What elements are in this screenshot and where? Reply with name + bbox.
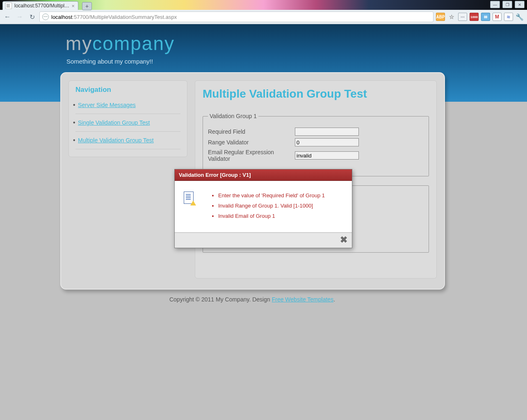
group1-legend: Validation Group 1 xyxy=(208,113,258,119)
range-validator-label: Range Validator xyxy=(208,139,295,146)
browser-tab[interactable]: localhost:57700/MultipleVal... × xyxy=(2,1,78,10)
brand-logo: mycompany xyxy=(66,32,175,55)
bookmark-star-icon[interactable]: ☆ xyxy=(447,13,456,21)
validation-group-1: Validation Group 1 Required Field Range … xyxy=(203,113,429,176)
sidebar-link-single-group[interactable]: Single Validation Group Test xyxy=(78,119,150,126)
reload-button[interactable]: ↻ xyxy=(27,12,37,22)
footer-text: Copyright © 2011 My Company. Design xyxy=(169,296,272,303)
email-validator-label: Email Regular Expression Validator xyxy=(208,149,295,162)
brand-part2: company xyxy=(92,33,175,54)
validation-error-icon xyxy=(184,192,194,204)
globe-icon xyxy=(42,14,49,20)
dialog-error-item: Invalid Email of Group 1 xyxy=(218,213,325,219)
extension-area: ABP ☆ ⋯ 1000 ✉ M ≈ 🔧 xyxy=(436,13,525,21)
extension-icon[interactable]: ⋯ xyxy=(458,13,467,21)
dialog-error-item: Enter the value of 'Required Field' of G… xyxy=(218,192,325,199)
sidebar-link-multiple-group[interactable]: Multiple Validation Group Test xyxy=(78,137,154,144)
dialog-error-list: Enter the value of 'Required Field' of G… xyxy=(211,188,325,223)
required-field-label: Required Field xyxy=(208,128,295,135)
feed-count-icon[interactable]: 1000 xyxy=(470,13,479,21)
tab-title: localhost:57700/MultipleVal... xyxy=(14,3,71,9)
url-host: localhost xyxy=(51,14,72,20)
validation-error-dialog: Validation Error [Group : V1] Enter the … xyxy=(174,169,352,248)
range-validator-input[interactable] xyxy=(295,138,359,146)
abp-extension-icon[interactable]: ABP xyxy=(436,13,445,21)
window-tab-strip: localhost:57700/MultipleVal... × + — ❐ ✕ xyxy=(0,0,527,10)
sidebar-item: Single Validation Group Test xyxy=(75,114,180,132)
window-minimize-button[interactable]: — xyxy=(490,1,500,8)
sidebar-item: Server Side Messages xyxy=(75,96,180,114)
browser-toolbar: ← → ↻ localhost:57700/MultipleValidation… xyxy=(0,10,527,24)
sidebar: Navigation Server Side Messages Single V… xyxy=(68,80,187,157)
email-validator-input[interactable] xyxy=(295,151,359,160)
window-maximize-button[interactable]: ❐ xyxy=(502,1,512,8)
page-favicon-icon xyxy=(5,2,12,9)
brand-part1: my xyxy=(66,33,92,54)
sidebar-link-server-side[interactable]: Server Side Messages xyxy=(78,102,136,108)
footer-suffix: . xyxy=(333,296,335,303)
gmail-extension-icon[interactable]: M xyxy=(493,13,502,21)
back-button[interactable]: ← xyxy=(2,12,12,22)
sidebar-title: Navigation xyxy=(75,86,180,94)
wave-extension-icon[interactable]: ≈ xyxy=(504,13,513,21)
page-footer: Copyright © 2011 My Company. Design Free… xyxy=(0,296,504,303)
url-path: :57700/MultipleValidationSummaryTest.asp… xyxy=(72,14,177,20)
brand-tagline: Something about my company!! xyxy=(66,58,153,65)
sidebar-item: Multiple Validation Group Test xyxy=(75,132,180,149)
dialog-close-button[interactable]: ✖ xyxy=(339,235,349,245)
footer-link[interactable]: Free Website Templates xyxy=(272,296,333,303)
window-close-button[interactable]: ✕ xyxy=(515,1,525,8)
wrench-menu-icon[interactable]: 🔧 xyxy=(516,13,524,21)
dialog-error-item: Invalid Range of Group 1. Valid [1-1000] xyxy=(218,203,325,209)
forward-button[interactable]: → xyxy=(15,12,25,22)
dialog-title: Validation Error [Group : V1] xyxy=(175,169,352,181)
dialog-footer: ✖ xyxy=(175,233,352,248)
mail-extension-icon[interactable]: ✉ xyxy=(481,13,490,21)
page-title: Multiple Validation Group Test xyxy=(203,87,429,100)
tab-close-icon[interactable]: × xyxy=(71,3,75,9)
window-controls: — ❐ ✕ xyxy=(490,1,525,8)
required-field-input[interactable] xyxy=(295,128,359,136)
address-bar[interactable]: localhost:57700/MultipleValidationSummar… xyxy=(39,11,433,22)
new-tab-button[interactable]: + xyxy=(82,2,92,10)
